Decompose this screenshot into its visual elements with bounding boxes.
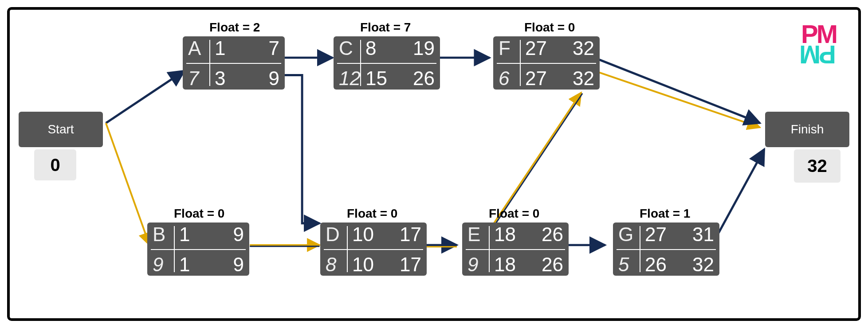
edge-e-f-under xyxy=(495,94,583,224)
node-dur: 9 xyxy=(153,254,163,276)
node-ls: 27 xyxy=(525,67,547,90)
edge-g-finish xyxy=(712,149,764,245)
node-es: 1 xyxy=(215,37,225,59)
node-lf: 26 xyxy=(542,254,563,276)
node-id: D xyxy=(326,223,340,246)
node-ef: 7 xyxy=(269,37,279,59)
start-value: 0 xyxy=(34,149,76,180)
node-id: G xyxy=(618,223,633,246)
start-node: Start xyxy=(19,112,103,147)
node-ls: 18 xyxy=(494,254,516,276)
finish-label: Finish xyxy=(791,122,824,137)
edge-start-a xyxy=(106,71,185,123)
node-es: 18 xyxy=(494,223,516,246)
node-dur: 8 xyxy=(326,254,336,276)
edge-f-finish xyxy=(594,58,760,123)
activity-c: C 12 8 19 15 26 xyxy=(334,36,440,90)
activity-b: B 9 1 9 1 9 xyxy=(147,223,249,276)
node-ef: 19 xyxy=(413,37,435,59)
node-lf: 17 xyxy=(400,254,421,276)
edge-start-b xyxy=(106,123,149,245)
float-label-a: Float = 2 xyxy=(209,20,260,35)
node-ef: 9 xyxy=(233,223,244,246)
node-ef: 17 xyxy=(400,223,421,246)
node-lf: 9 xyxy=(269,67,279,90)
node-id: F xyxy=(499,37,511,59)
node-dur: 6 xyxy=(499,67,509,90)
node-ls: 3 xyxy=(215,67,225,90)
node-ls: 10 xyxy=(352,254,374,276)
node-dur: 5 xyxy=(618,254,629,276)
edge-e-f xyxy=(494,93,581,223)
node-ls: 1 xyxy=(179,254,190,276)
float-label-g: Float = 1 xyxy=(640,207,690,221)
diagram-stage: Start 0 Finish 32 Float = 2 A 7 1 7 3 9 … xyxy=(0,0,868,328)
finish-node: Finish xyxy=(765,112,849,147)
float-label-c: Float = 7 xyxy=(360,20,411,35)
node-id: B xyxy=(153,223,165,246)
node-id: C xyxy=(339,37,353,59)
node-es: 8 xyxy=(365,37,376,59)
activity-e: E 9 18 26 18 26 xyxy=(462,223,569,276)
edge-f-finish-crit xyxy=(594,71,760,128)
node-es: 10 xyxy=(352,223,374,246)
logo-lower: PM xyxy=(801,44,836,65)
brand-logo: PM PM xyxy=(801,24,836,65)
node-lf: 9 xyxy=(233,254,244,276)
node-ef: 32 xyxy=(573,37,594,59)
activity-d: D 8 10 17 10 17 xyxy=(320,223,427,276)
activity-f: F 6 27 32 27 32 xyxy=(493,36,600,90)
node-dur: 9 xyxy=(467,254,478,276)
start-label: Start xyxy=(47,122,74,137)
node-ls: 26 xyxy=(645,254,667,276)
node-dur: 12 xyxy=(339,67,361,90)
float-label-b: Float = 0 xyxy=(174,207,224,221)
node-es: 1 xyxy=(179,223,190,246)
activity-g: G 5 27 31 26 32 xyxy=(613,223,719,276)
node-lf: 32 xyxy=(692,254,714,276)
node-ef: 26 xyxy=(542,223,563,246)
node-es: 27 xyxy=(645,223,667,246)
node-ls: 15 xyxy=(365,67,387,90)
node-ef: 31 xyxy=(692,223,714,246)
float-label-f: Float = 0 xyxy=(524,20,575,35)
node-id: E xyxy=(467,223,480,246)
float-label-d: Float = 0 xyxy=(347,207,397,221)
node-lf: 26 xyxy=(413,67,435,90)
node-dur: 7 xyxy=(188,67,199,90)
float-label-e: Float = 0 xyxy=(489,207,539,221)
node-lf: 32 xyxy=(573,67,594,90)
activity-a: A 7 1 7 3 9 xyxy=(183,36,285,90)
node-id: A xyxy=(188,37,201,59)
edge-a-d xyxy=(285,75,320,223)
finish-value: 32 xyxy=(794,149,841,183)
diagram-frame: Start 0 Finish 32 Float = 2 A 7 1 7 3 9 … xyxy=(7,7,861,321)
node-es: 27 xyxy=(525,37,547,59)
